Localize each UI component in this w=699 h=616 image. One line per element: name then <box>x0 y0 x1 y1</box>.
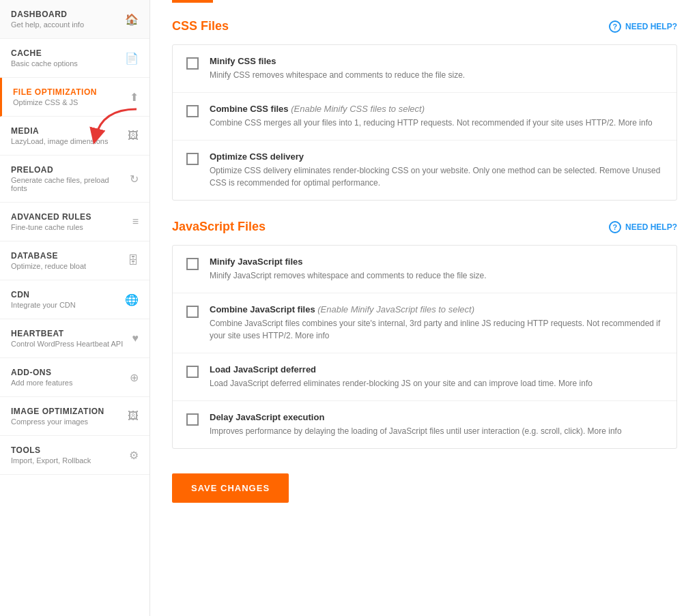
sidebar-icon-file-optimization: ⬆ <box>130 91 139 104</box>
sidebar-title-media: MEDIA <box>11 126 122 136</box>
js-help-circle-icon: ? <box>609 221 621 233</box>
sidebar-item-cache[interactable]: CACHE Basic cache options 📄 <box>0 39 149 78</box>
sidebar-title-dashboard: DASHBOARD <box>11 10 119 19</box>
js-section-header: JavaScript Files ? NEED HELP? <box>172 220 677 234</box>
sidebar-sub-tools: Import, Export, Rollback <box>11 456 124 465</box>
sidebar-item-database[interactable]: DATABASE Optimize, reduce bloat 🗄 <box>0 241 149 280</box>
js-options-card: Minify JavaScript files Minify JavaScrip… <box>172 245 677 449</box>
disabled-note-combine-css: (Enable Minify CSS files to select) <box>291 104 425 114</box>
sidebar-item-preload[interactable]: PRELOAD Generate cache files, preload fo… <box>0 156 149 203</box>
main-content: CSS Files ? NEED HELP? Minify CSS files … <box>150 0 699 616</box>
option-desc-optimize-css-delivery: Optimize CSS delivery eliminates render-… <box>210 164 663 189</box>
option-row-load-js-deferred: Load JavaScript deferred Load JavaScript… <box>173 353 676 401</box>
sidebar-item-image-optimization[interactable]: IMAGE OPTIMIZATION Compress your images … <box>0 397 149 436</box>
option-row-delay-js: Delay JavaScript execution Improves perf… <box>173 401 676 448</box>
option-desc-minify-css: Minify CSS removes whitespace and commen… <box>210 69 663 81</box>
sidebar-item-cdn[interactable]: CDN Integrate your CDN 🌐 <box>0 280 149 319</box>
sidebar-sub-cache: Basic cache options <box>11 59 119 68</box>
js-section-title: JavaScript Files <box>172 220 266 234</box>
save-changes-button[interactable]: SAVE CHANGES <box>172 473 289 503</box>
sidebar-title-advanced-rules: ADVANCED RULES <box>11 212 127 222</box>
sidebar: DASHBOARD Get help, account info 🏠 CACHE… <box>0 0 150 616</box>
sidebar-item-tools[interactable]: TOOLS Import, Export, Rollback ⚙ <box>0 436 149 475</box>
sidebar-title-cdn: CDN <box>11 290 119 299</box>
sidebar-item-advanced-rules[interactable]: ADVANCED RULES Fine-tune cache rules ≡ <box>0 203 149 241</box>
option-desc-minify-js: Minify JavaScript removes whitespace and… <box>210 269 663 282</box>
css-section-title: CSS Files <box>172 19 229 33</box>
sidebar-icon-dashboard: 🏠 <box>125 13 139 26</box>
option-label-minify-css: Minify CSS files <box>210 56 663 66</box>
sidebar-sub-media: LazyLoad, image dimensions <box>11 137 122 145</box>
option-label-combine-js: Combine JavaScript files (Enable Minify … <box>210 304 663 314</box>
sidebar-icon-add-ons: ⊕ <box>130 371 139 384</box>
sidebar-icon-database: 🗄 <box>128 254 139 267</box>
checkbox-minify-css[interactable] <box>186 57 199 70</box>
js-need-help-label: NEED HELP? <box>625 222 677 232</box>
css-section-header: CSS Files ? NEED HELP? <box>172 19 677 33</box>
option-label-combine-css: Combine CSS files (Enable Minify CSS fil… <box>210 104 663 114</box>
js-need-help-link[interactable]: ? NEED HELP? <box>609 221 677 233</box>
css-need-help-label: NEED HELP? <box>625 22 677 31</box>
option-row-optimize-css-delivery: Optimize CSS delivery Optimize CSS deliv… <box>173 141 676 200</box>
sidebar-title-add-ons: ADD-ONS <box>11 368 124 377</box>
option-desc-load-js-deferred: Load JavaScript deferred eliminates rend… <box>210 377 663 390</box>
sidebar-title-file-optimization: FILE OPTIMIZATION <box>13 87 124 97</box>
disabled-note-combine-js: (Enable Minify JavaScript files to selec… <box>317 304 474 314</box>
checkbox-load-js-deferred[interactable] <box>186 366 199 378</box>
checkbox-minify-js[interactable] <box>186 258 199 270</box>
sidebar-title-tools: TOOLS <box>11 445 124 455</box>
sidebar-sub-add-ons: Add more features <box>11 379 124 387</box>
option-row-combine-js: Combine JavaScript files (Enable Minify … <box>173 293 676 353</box>
sidebar-icon-advanced-rules: ≡ <box>132 216 139 228</box>
option-row-minify-js: Minify JavaScript files Minify JavaScrip… <box>173 246 676 293</box>
sidebar-icon-media: 🖼 <box>128 130 139 142</box>
checkbox-optimize-css-delivery[interactable] <box>186 153 199 165</box>
option-row-minify-css: Minify CSS files Minify CSS removes whit… <box>173 45 676 93</box>
option-desc-delay-js: Improves performance by delaying the loa… <box>210 425 663 437</box>
sidebar-title-preload: PRELOAD <box>11 165 124 175</box>
top-accent <box>172 0 213 3</box>
sidebar-sub-preload: Generate cache files, preload fonts <box>11 176 124 192</box>
sidebar-sub-advanced-rules: Fine-tune cache rules <box>11 223 127 231</box>
sidebar-item-media[interactable]: MEDIA LazyLoad, image dimensions 🖼 <box>0 117 149 156</box>
option-label-load-js-deferred: Load JavaScript deferred <box>210 364 663 375</box>
sidebar-item-add-ons[interactable]: ADD-ONS Add more features ⊕ <box>0 358 149 397</box>
sidebar-item-dashboard[interactable]: DASHBOARD Get help, account info 🏠 <box>0 0 149 39</box>
sidebar-sub-file-optimization: Optimize CSS & JS <box>13 98 124 106</box>
sidebar-title-cache: CACHE <box>11 48 119 58</box>
sidebar-icon-image-optimization: 🖼 <box>128 410 139 422</box>
sidebar-icon-tools: ⚙ <box>129 449 139 462</box>
sidebar-icon-heartbeat: ♥ <box>132 332 139 344</box>
sidebar-sub-cdn: Integrate your CDN <box>11 301 119 309</box>
sidebar-item-heartbeat[interactable]: HEARTBEAT Control WordPress Heartbeat AP… <box>0 319 149 358</box>
sidebar-icon-cdn: 🌐 <box>125 293 139 306</box>
option-label-optimize-css-delivery: Optimize CSS delivery <box>210 151 663 162</box>
sidebar-sub-database: Optimize, reduce bloat <box>11 262 122 270</box>
option-desc-combine-css: Combine CSS merges all your files into 1… <box>210 117 663 129</box>
sidebar-sub-dashboard: Get help, account info <box>11 20 119 29</box>
sidebar-title-heartbeat: HEARTBEAT <box>11 329 127 338</box>
sidebar-sub-image-optimization: Compress your images <box>11 417 122 426</box>
sidebar-item-file-optimization[interactable]: FILE OPTIMIZATION Optimize CSS & JS ⬆ <box>0 78 149 117</box>
option-label-minify-js: Minify JavaScript files <box>210 256 663 267</box>
sidebar-title-database: DATABASE <box>11 251 122 261</box>
sidebar-sub-heartbeat: Control WordPress Heartbeat API <box>11 340 127 348</box>
option-row-combine-css: Combine CSS files (Enable Minify CSS fil… <box>173 93 676 141</box>
help-circle-icon: ? <box>609 20 621 33</box>
option-label-delay-js: Delay JavaScript execution <box>210 412 663 422</box>
checkbox-combine-js[interactable] <box>186 306 199 318</box>
checkbox-delay-js[interactable] <box>186 413 199 426</box>
option-desc-combine-js: Combine JavaScript files combines your s… <box>210 317 663 342</box>
checkbox-combine-css[interactable] <box>186 105 199 117</box>
sidebar-title-image-optimization: IMAGE OPTIMIZATION <box>11 407 122 416</box>
sidebar-icon-cache: 📄 <box>125 52 139 65</box>
sidebar-icon-preload: ↻ <box>130 173 139 186</box>
css-need-help-link[interactable]: ? NEED HELP? <box>609 20 677 33</box>
css-options-card: Minify CSS files Minify CSS removes whit… <box>172 44 677 201</box>
